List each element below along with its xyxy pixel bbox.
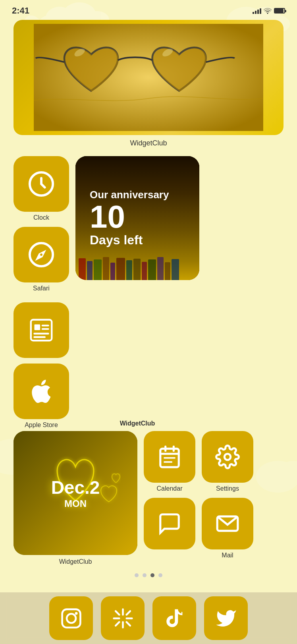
calendar-app-label: Calendar — [157, 485, 183, 492]
settings-icon — [215, 445, 240, 469]
dec-day: MON — [64, 498, 87, 509]
svg-rect-17 — [35, 324, 40, 330]
anniversary-number: 10 — [90, 201, 169, 233]
svg-point-32 — [75, 612, 77, 615]
mail-icon — [215, 511, 240, 536]
safari-app-label: Safari — [33, 285, 50, 292]
svg-rect-10 — [34, 24, 263, 131]
clock-app-label: Clock — [33, 214, 49, 221]
safari-app-icon[interactable] — [14, 227, 69, 282]
dec-widget-label: WidgetClub — [59, 558, 92, 565]
glasses-illustration — [34, 24, 263, 131]
dec-widget[interactable]: Dec.2 MON — [14, 431, 137, 555]
anniversary-widget-label-container: WidgetClub — [75, 302, 199, 429]
calendar-icon — [157, 445, 182, 469]
dock-tiktok[interactable] — [152, 596, 196, 640]
top-widget-label: WidgetClub — [14, 139, 284, 147]
dot-3[interactable] — [150, 573, 154, 577]
signal-icon — [253, 8, 261, 14]
row-anniv-label: Apple Store WidgetClub — [14, 302, 284, 429]
news-icon — [27, 316, 55, 344]
appstore-icon — [112, 607, 134, 629]
right-row-1: Calendar Settings — [144, 431, 253, 492]
left-apps-col: Clock Safari — [14, 156, 69, 292]
apple-icon — [27, 377, 55, 405]
instagram-icon — [60, 607, 82, 629]
safari-icon — [27, 241, 55, 269]
row-3: Dec.2 MON WidgetClub — [14, 431, 284, 565]
calendar-app-icon[interactable] — [144, 431, 195, 483]
messages-app-icon[interactable] — [144, 498, 195, 549]
top-widget-image[interactable] — [14, 20, 284, 135]
right-apps-grid: Calendar Settings — [144, 431, 253, 565]
app-item-apple-store[interactable]: Apple Store — [14, 364, 69, 429]
dec-widget-container: Dec.2 MON WidgetClub — [14, 431, 137, 565]
anniversary-widget-label: WidgetClub — [120, 420, 155, 427]
dock-twitter[interactable] — [204, 596, 248, 640]
anniversary-subtitle: Days left — [90, 233, 169, 248]
status-icons — [253, 8, 285, 14]
status-time: 2:41 — [12, 6, 29, 16]
settings-app-label: Settings — [216, 485, 239, 492]
svg-point-31 — [67, 614, 76, 623]
dot-2[interactable] — [143, 573, 147, 577]
mail-app-icon[interactable] — [202, 498, 253, 549]
app-item-clock[interactable]: Clock — [14, 156, 69, 221]
right-row-2: Mail — [144, 498, 253, 559]
app-item-news[interactable] — [14, 302, 69, 358]
battery-icon — [274, 8, 285, 14]
row-1: Clock Safari — [14, 156, 284, 292]
row2-left: Apple Store — [14, 302, 69, 429]
anniversary-widget[interactable]: Our anniversary 10 Days left — [75, 156, 199, 280]
dot-1[interactable] — [135, 573, 139, 577]
svg-rect-30 — [62, 609, 80, 627]
app-item-mail[interactable]: Mail — [202, 498, 253, 559]
page-dots — [14, 573, 284, 577]
apple-store-label: Apple Store — [25, 422, 58, 429]
settings-app-icon[interactable] — [202, 431, 253, 483]
app-item-calendar[interactable]: Calendar — [144, 431, 195, 492]
dock-appstore[interactable] — [101, 596, 145, 640]
svg-point-28 — [224, 454, 231, 460]
news-app-icon[interactable] — [14, 302, 69, 358]
main-content: WidgetClub Clock — [0, 20, 297, 577]
app-item-messages[interactable] — [144, 498, 195, 559]
status-bar: 2:41 — [0, 0, 297, 20]
mail-app-label: Mail — [222, 552, 233, 559]
twitter-icon — [215, 607, 237, 629]
svg-point-15 — [40, 253, 42, 256]
dot-4[interactable] — [158, 573, 162, 577]
clock-icon — [27, 170, 55, 198]
dock-instagram[interactable] — [49, 596, 93, 640]
apple-store-app-icon[interactable] — [14, 364, 69, 419]
clock-app-icon[interactable] — [14, 156, 69, 212]
app-item-safari[interactable]: Safari — [14, 227, 69, 292]
messages-icon — [157, 511, 182, 536]
tiktok-icon — [164, 607, 185, 629]
dec-date: Dec.2 — [51, 477, 100, 498]
app-item-settings[interactable]: Settings — [202, 431, 253, 492]
dock — [0, 592, 297, 644]
wifi-icon — [264, 8, 272, 14]
